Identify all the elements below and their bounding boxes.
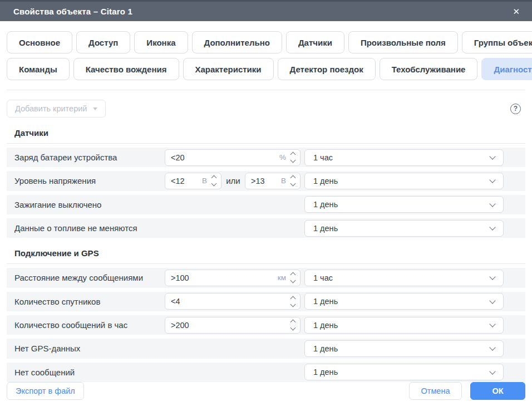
tab-additional[interactable]: Дополнительно xyxy=(192,31,282,53)
period-select[interactable]: 1 день xyxy=(304,173,504,189)
value-stepper[interactable] xyxy=(291,297,295,306)
title-bar: Свойства объекта – Citaro 1 ✕ xyxy=(0,0,532,21)
dialog-footer: Экспорт в файл Отмена ОК xyxy=(0,382,532,406)
tab-driving-quality[interactable]: Качество вождения xyxy=(73,58,179,80)
tab-icon[interactable]: Иконка xyxy=(134,31,188,53)
stepper-up-icon[interactable] xyxy=(211,175,217,181)
stepper-up-icon[interactable] xyxy=(290,152,296,158)
criterion-label: Уровень напряжения xyxy=(14,176,165,185)
period-select[interactable]: 1 день xyxy=(304,196,504,213)
threshold-input[interactable] xyxy=(251,177,279,185)
section-title-connection-gps: Подключение и GPS xyxy=(7,245,525,264)
period-value: 1 час xyxy=(313,153,333,162)
criterion-row: Расстояние между сообщениями км 1 час xyxy=(7,268,525,287)
stepper-up-icon[interactable] xyxy=(290,296,296,301)
threshold-input-group: % xyxy=(165,149,301,166)
chevron-down-icon xyxy=(489,153,495,159)
chevron-down-icon xyxy=(489,368,495,374)
export-to-file-button[interactable]: Экспорт в файл xyxy=(7,382,84,400)
section-title-sensors: Датчики xyxy=(7,125,525,144)
threshold-input[interactable] xyxy=(171,177,200,185)
tab-commands[interactable]: Команды xyxy=(7,58,70,80)
period-value: 1 день xyxy=(313,344,338,353)
threshold-input-group: В xyxy=(165,173,221,189)
value-stepper[interactable] xyxy=(291,176,295,185)
tab-trip-detector[interactable]: Детектор поездок xyxy=(278,58,376,80)
add-criterion-label: Добавить критерий xyxy=(15,104,87,113)
period-select[interactable]: 1 день xyxy=(304,220,504,237)
tab-diagnostics[interactable]: Диагностика xyxy=(481,58,532,80)
object-properties-dialog: Свойства объекта – Citaro 1 ✕ Основное Д… xyxy=(0,0,532,406)
period-value: 1 день xyxy=(313,368,338,376)
add-criterion-button[interactable]: Добавить критерий xyxy=(7,100,106,118)
period-select[interactable]: 1 час xyxy=(304,270,504,286)
period-value: 1 час xyxy=(313,273,333,282)
threshold-input[interactable] xyxy=(171,153,277,162)
period-select[interactable]: 1 час xyxy=(304,149,504,166)
chevron-down-icon xyxy=(489,224,495,230)
chevron-down-icon xyxy=(489,321,495,327)
criterion-controls xyxy=(165,293,301,310)
period-value: 1 день xyxy=(313,177,338,185)
period-select[interactable]: 1 день xyxy=(304,317,504,334)
stepper-down-icon[interactable] xyxy=(290,325,296,331)
period-value: 1 день xyxy=(313,224,338,233)
criterion-label: Заряд батареи устройства xyxy=(14,153,165,162)
criterion-row: Заряд батареи устройства % 1 час xyxy=(7,148,525,167)
period-select[interactable]: 1 день xyxy=(304,364,504,380)
value-stepper[interactable] xyxy=(212,176,216,185)
value-stepper[interactable] xyxy=(291,273,295,282)
window-title: Свойства объекта – Citaro 1 xyxy=(13,7,132,16)
stepper-down-icon[interactable] xyxy=(290,181,296,187)
tab-row-1: Основное Доступ Иконка Дополнительно Дат… xyxy=(7,31,525,53)
criterion-controls: В или В xyxy=(165,173,301,189)
criterion-label: Нет GPS-данных xyxy=(14,344,165,353)
tab-row-2: Команды Качество вождения Характеристики… xyxy=(7,58,525,80)
chevron-down-icon xyxy=(489,200,495,207)
tab-profile[interactable]: Характеристики xyxy=(183,58,274,80)
criterion-label: Количество спутников xyxy=(14,297,165,306)
criterion-row: Уровень напряжения В или В 1 де xyxy=(7,171,525,190)
criterion-row: Количество сообщений в час 1 день xyxy=(7,315,525,335)
criterion-label: Количество сообщений в час xyxy=(14,320,165,330)
criterion-row: Нет сообщений 1 день xyxy=(7,363,525,382)
close-icon[interactable]: ✕ xyxy=(509,5,523,18)
tab-custom-fields[interactable]: Произвольные поля xyxy=(348,31,458,53)
period-value: 1 день xyxy=(313,321,338,330)
value-stepper[interactable] xyxy=(291,153,295,162)
unit-label: % xyxy=(279,153,286,162)
criterion-label: Расстояние между сообщениями xyxy=(14,273,165,282)
chevron-down-icon xyxy=(489,274,495,280)
stepper-down-icon[interactable] xyxy=(290,158,296,163)
period-value: 1 день xyxy=(313,200,338,209)
threshold-input-group: В xyxy=(245,173,301,189)
value-stepper[interactable] xyxy=(291,320,295,330)
help-icon[interactable]: ? xyxy=(510,104,521,114)
ok-button[interactable]: ОК xyxy=(470,382,525,400)
stepper-up-icon[interactable] xyxy=(290,175,296,181)
tab-sensors[interactable]: Датчики xyxy=(286,31,344,53)
threshold-input[interactable] xyxy=(171,273,275,282)
stepper-down-icon[interactable] xyxy=(290,301,296,307)
stepper-down-icon[interactable] xyxy=(211,181,217,187)
threshold-input-group: км xyxy=(165,270,301,286)
stepper-up-icon[interactable] xyxy=(290,320,296,325)
period-select[interactable]: 1 день xyxy=(304,293,504,310)
period-select[interactable]: 1 день xyxy=(304,340,504,357)
tab-access[interactable]: Доступ xyxy=(76,31,130,53)
criterion-row: Данные о топливе не меняются 1 день xyxy=(7,218,525,238)
footer-actions: Отмена ОК xyxy=(409,382,525,400)
cancel-button[interactable]: Отмена xyxy=(409,382,462,400)
tab-main[interactable]: Основное xyxy=(7,31,72,53)
tab-maintenance[interactable]: Техобслуживание xyxy=(380,58,478,80)
tab-unit-groups[interactable]: Группы объектов xyxy=(462,31,532,53)
stepper-up-icon[interactable] xyxy=(290,272,296,278)
threshold-input[interactable] xyxy=(171,297,291,306)
toolbar: Добавить критерий ? xyxy=(0,90,532,118)
criterion-label: Данные о топливе не меняются xyxy=(14,223,165,233)
criterion-row: Количество спутников 1 день xyxy=(7,292,525,311)
stepper-down-icon[interactable] xyxy=(290,278,296,283)
period-value: 1 день xyxy=(313,297,338,306)
criterion-controls: % xyxy=(165,149,301,166)
threshold-input[interactable] xyxy=(171,321,291,330)
